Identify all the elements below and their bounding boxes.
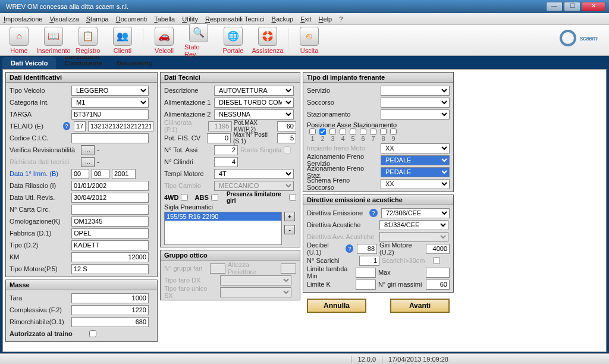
diremi-select[interactable]: 72/306/CEE bbox=[381, 208, 450, 218]
data-rilascio-input[interactable] bbox=[71, 181, 149, 191]
telaio-input[interactable] bbox=[88, 121, 153, 131]
ncil-input[interactable] bbox=[214, 157, 238, 167]
decibel-input[interactable] bbox=[357, 244, 377, 254]
imm-day[interactable] bbox=[71, 169, 89, 179]
cambio-select[interactable]: MECCANICO bbox=[214, 181, 294, 191]
pos1-checkbox[interactable] bbox=[309, 128, 316, 135]
azstaz-select[interactable]: PEDALE bbox=[381, 167, 450, 177]
pos6-checkbox[interactable] bbox=[360, 128, 366, 135]
farodx-select[interactable] bbox=[220, 275, 291, 285]
annulla-button[interactable]: Annulla bbox=[307, 299, 366, 313]
km-input[interactable] bbox=[71, 252, 149, 262]
tipo-veicolo-select[interactable]: LEGGERO bbox=[71, 86, 149, 96]
close-button[interactable]: ✕ bbox=[582, 2, 605, 11]
farosx-select[interactable] bbox=[220, 287, 291, 297]
toolbar-veicoli[interactable]: 🚗Veicoli bbox=[150, 27, 178, 54]
menu-stampa[interactable]: Stampa bbox=[86, 15, 109, 23]
ngruppi-input[interactable] bbox=[210, 263, 225, 274]
toolbar-portale[interactable]: 🌐Portale bbox=[219, 27, 247, 54]
help-icon[interactable]: ? bbox=[369, 209, 378, 217]
menu-documenti[interactable]: Documenti bbox=[116, 15, 147, 23]
targa-input[interactable] bbox=[71, 109, 149, 120]
tempi-select[interactable]: 4T bbox=[214, 169, 294, 179]
rich-dati-button[interactable]: ... bbox=[81, 157, 95, 167]
toolbar-registro[interactable]: 📋Registro bbox=[74, 27, 102, 54]
avanti-button[interactable]: Avanti bbox=[390, 299, 450, 313]
verif-rev-button[interactable]: ... bbox=[81, 145, 95, 155]
pos4-checkbox[interactable] bbox=[340, 128, 346, 135]
ruota-checkbox[interactable] bbox=[284, 146, 291, 153]
pos8-checkbox[interactable] bbox=[380, 128, 387, 135]
pos7-checkbox[interactable] bbox=[370, 128, 376, 135]
menu-tabella[interactable]: Tabella bbox=[154, 15, 175, 23]
menu-utility[interactable]: Utility bbox=[182, 15, 198, 23]
tire-remove-button[interactable]: - bbox=[284, 225, 295, 234]
toolbar-statorev[interactable]: 🔍Stato Rev. bbox=[184, 23, 213, 58]
minimize-button[interactable]: — bbox=[546, 2, 563, 11]
menu-help[interactable]: Help bbox=[319, 15, 332, 23]
menu-backup[interactable]: Backup bbox=[272, 15, 294, 23]
codicecic-input[interactable] bbox=[71, 133, 149, 143]
totassi-input[interactable] bbox=[214, 145, 238, 155]
tire-list[interactable]: 155/55 R16 22I90 bbox=[164, 212, 282, 245]
menu-visualizza[interactable]: Visualizza bbox=[49, 15, 79, 23]
diravv-select[interactable] bbox=[379, 232, 448, 242]
alim1-select[interactable]: DIESEL TURBO COMPRESSO bbox=[214, 98, 294, 108]
limit-checkbox[interactable] bbox=[289, 194, 296, 201]
toolbar-home[interactable]: ⌂Home bbox=[5, 27, 33, 54]
toolbar-assistenza[interactable]: 🛟Assistenza bbox=[253, 27, 282, 54]
soccorso-select[interactable] bbox=[381, 98, 450, 108]
nscar-input[interactable] bbox=[359, 256, 379, 266]
cil-input[interactable] bbox=[208, 121, 232, 131]
servizio-select[interactable] bbox=[381, 86, 450, 96]
tara-input[interactable] bbox=[71, 293, 149, 303]
alim2-select[interactable]: NESSUNA bbox=[214, 109, 294, 120]
help-icon[interactable]: ? bbox=[63, 122, 70, 130]
menu-impostazione[interactable]: IImpostazionempostazione bbox=[4, 15, 42, 23]
impmoto-select[interactable]: XX bbox=[381, 143, 450, 153]
limitek-input[interactable] bbox=[356, 280, 376, 290]
menu-exit[interactable]: Exit bbox=[300, 15, 311, 23]
potfis-input[interactable] bbox=[207, 133, 231, 143]
potmax-input[interactable] bbox=[277, 121, 296, 131]
abs-checkbox[interactable] bbox=[211, 194, 218, 201]
fabbrica-input[interactable] bbox=[71, 228, 149, 239]
tipod2-input[interactable] bbox=[71, 240, 149, 250]
help-icon[interactable]: ? bbox=[346, 244, 353, 253]
alt-proiett-input[interactable] bbox=[281, 263, 296, 274]
categoria-select[interactable]: M1 bbox=[71, 98, 149, 108]
ncarta-input[interactable] bbox=[71, 205, 149, 215]
omolog-input[interactable] bbox=[71, 216, 149, 227]
tab-documento[interactable]: Documento bbox=[111, 57, 159, 69]
compl-input[interactable] bbox=[71, 305, 149, 315]
4wd-checkbox[interactable] bbox=[181, 194, 188, 201]
traino-checkbox[interactable] bbox=[89, 330, 96, 337]
menu-about[interactable]: ? bbox=[339, 15, 343, 23]
toolbar-clienti[interactable]: 👥Clienti bbox=[108, 27, 137, 54]
diracu-select[interactable]: 81/334/CEE bbox=[379, 220, 448, 230]
schema-select[interactable]: XX bbox=[381, 179, 450, 189]
tipomot-input[interactable] bbox=[71, 264, 149, 274]
azserv-select[interactable]: PEDALE bbox=[381, 155, 450, 165]
menu-responsabili[interactable]: Responsabili Tecnici bbox=[205, 15, 264, 23]
pos3-checkbox[interactable] bbox=[329, 128, 336, 135]
toolbar-uscita[interactable]: ⎋Uscita bbox=[295, 27, 324, 54]
imm-month[interactable] bbox=[92, 169, 109, 179]
lambdamax-input[interactable] bbox=[426, 268, 450, 278]
descr-select[interactable]: AUTOVETTURA bbox=[214, 86, 294, 96]
rimor-input[interactable] bbox=[71, 317, 149, 327]
imm-year[interactable] bbox=[112, 169, 136, 179]
maximize-button[interactable]: ☐ bbox=[564, 2, 580, 11]
giri-input[interactable] bbox=[426, 244, 450, 254]
lambdamin-input[interactable] bbox=[356, 268, 376, 278]
pos5-checkbox[interactable] bbox=[350, 128, 356, 135]
ngirimax-input[interactable] bbox=[426, 280, 450, 290]
staz-select[interactable] bbox=[381, 109, 450, 120]
tire-add-button[interactable]: + bbox=[284, 212, 295, 221]
toolbar-inserimento[interactable]: 📖Inserimento bbox=[39, 27, 68, 54]
scar30-checkbox[interactable] bbox=[433, 257, 440, 264]
telaio-n-input[interactable] bbox=[74, 121, 86, 131]
maxposti-input[interactable] bbox=[277, 133, 296, 143]
pos9-checkbox[interactable] bbox=[390, 128, 397, 135]
pos2-checkbox[interactable] bbox=[319, 128, 326, 135]
